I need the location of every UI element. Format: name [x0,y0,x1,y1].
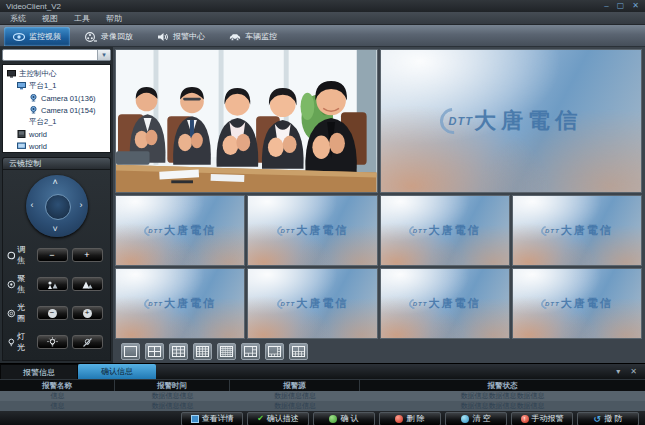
manual-alarm-icon: ! [521,415,529,423]
view-detail-button[interactable]: 查看详情 [181,412,243,425]
tab-label: 车辆监控 [245,31,277,42]
tab-alarm-info[interactable]: 报警信息 [0,364,78,379]
grid-9-icon [172,346,185,357]
col-alarm-time: 报警时间 [115,380,230,391]
manual-alarm-button[interactable]: ! 手动报警 [511,412,573,425]
film-reel-icon [85,32,97,42]
monitor-icon [7,70,16,78]
car-icon [229,32,241,42]
table-row[interactable]: 信息 数据信息信息 数据信息信息 数据信息数据信息数据信息 [0,401,645,411]
close-button[interactable]: ✕ [632,1,639,11]
menu-system[interactable]: 系统 [10,13,26,24]
collapse-icon[interactable]: ▾ [616,367,620,376]
ptz-down-arrow[interactable]: ˅ [53,225,58,234]
crescent-logo-icon [142,223,156,237]
speaker-icon [157,32,169,42]
focus-near-button[interactable] [37,277,68,291]
video-tile-idle[interactable]: DTT大唐電信 [247,268,377,339]
layout-9-button[interactable] [169,343,188,360]
datang-watermark: DTT大唐電信 [513,269,641,338]
confirm-description-button[interactable]: ✔ 确认描述 [247,412,309,425]
light-off-button[interactable] [72,335,103,349]
tab-label: 监控视频 [29,31,61,42]
ptz-row-focus: 聚焦 [7,273,107,295]
layout-25-button[interactable] [217,343,236,360]
layout-4-button[interactable] [145,343,164,360]
tab-monitor-video[interactable]: 监控视频 [4,27,70,46]
layout-10-button[interactable] [289,343,308,360]
video-area: DTT 大唐電信 DTT大唐電信 DTT大唐電信 DTT大唐電信 DTT大唐電信… [113,47,645,363]
crescent-logo-icon [407,296,421,310]
layout-6-button[interactable] [241,343,260,360]
tree-item-world-2[interactable]: world [5,140,108,152]
tab-vehicle-monitor[interactable]: 车辆监控 [220,27,286,46]
bulb-icon [7,338,16,347]
device-search-combobox[interactable]: ▾ [2,49,111,61]
tab-alarm-center[interactable]: 报警中心 [148,27,214,46]
menu-tools[interactable]: 工具 [74,13,90,24]
ptz-right-arrow[interactable]: › [80,201,83,210]
video-tile-idle[interactable]: DTT大唐電信 [380,195,510,266]
light-row-label: 灯光 [7,331,33,353]
datang-watermark: DTT大唐電信 [513,196,641,265]
menu-bar: 系统 视图 工具 帮助 [0,12,645,25]
iris-close-button[interactable]: − [37,306,68,320]
alarm-panel: 报警信息 确认信息 ▾ ✕ 报警名称 报警时间 报警源 报警状态 信息 数据信息… [0,363,645,425]
crescent-logo-icon [274,296,288,310]
video-tile-idle[interactable]: DTT大唐電信 [247,195,377,266]
grid-1-icon [124,346,137,357]
main-area: ▾ 主控制中心 平台1_1 Camera 01(136) Camera 01(1… [0,47,645,363]
ptz-left-arrow[interactable]: ‹ [31,201,34,210]
col-alarm-status: 报警状态 [360,380,645,391]
ptz-dpad[interactable]: ˄ ˅ ‹ › [26,175,88,237]
video-tile-idle[interactable]: DTT大唐電信 [512,195,642,266]
disarm-button[interactable]: ↺ 撤 防 [577,412,639,425]
table-row[interactable]: 信息 数据信息信息 数据信息信息 数据信息数据信息数据信息 [0,391,645,401]
menu-view[interactable]: 视图 [42,13,58,24]
confirm-icon [329,415,337,423]
confirm-button[interactable]: 确 认 [313,412,375,425]
video-tile-idle[interactable]: DTT大唐電信 [115,268,245,339]
title-bar: VideoClient_V2 – ▢ ✕ [0,0,645,12]
light-on-button[interactable] [37,335,68,349]
crescent-logo-icon [274,223,288,237]
maximize-button[interactable]: ▢ [617,1,625,11]
video-tile-idle[interactable]: DTT 大唐電信 [380,49,643,193]
alarm-table-header: 报警名称 报警时间 报警源 报警状态 [0,379,645,391]
tree-item-platform1[interactable]: 平台1_1 [5,80,108,92]
tree-item-camera-136[interactable]: Camera 01(136) [5,92,108,104]
iris-open-button[interactable]: + [72,306,103,320]
layout-16-button[interactable] [193,343,212,360]
ptz-row-iris: 光圈 − + [7,302,107,324]
zoom-in-button[interactable]: + [72,248,103,262]
zoom-out-button[interactable]: − [37,248,68,262]
detail-icon [191,415,199,423]
tree-item-platform2[interactable]: 平台2_1 [5,116,108,128]
menu-help[interactable]: 帮助 [106,13,122,24]
platform-icon [17,82,26,90]
video-tile-idle[interactable]: DTT大唐電信 [380,268,510,339]
tree-item-control-center[interactable]: 主控制中心 [5,68,108,80]
clear-button[interactable]: 清 空 [445,412,507,425]
ptz-panel-header: 云镜控制 [2,157,111,169]
tab-playback[interactable]: 录像回放 [76,27,142,46]
ptz-up-arrow[interactable]: ˄ [53,178,58,187]
chevron-down-icon[interactable]: ▾ [97,50,110,60]
tree-item-world-1[interactable]: world [5,128,108,140]
delete-button[interactable]: 删 除 [379,412,441,425]
tree-label: 平台1_1 [29,81,57,91]
video-tile-live[interactable] [115,49,378,193]
tab-confirm-info[interactable]: 确认信息 [78,364,156,379]
video-tile-idle[interactable]: DTT大唐電信 [512,268,642,339]
layout-8-button[interactable] [265,343,284,360]
close-panel-icon[interactable]: ✕ [630,367,637,376]
device-tree: 主控制中心 平台1_1 Camera 01(136) Camera 01(154… [2,64,111,153]
minimize-button[interactable]: – [604,1,608,11]
video-tile-idle[interactable]: DTT大唐電信 [115,195,245,266]
live-video-frame [116,50,377,192]
layout-1-button[interactable] [121,343,140,360]
focus-far-button[interactable] [72,277,103,291]
tree-item-camera-154[interactable]: Camera 01(154) [5,104,108,116]
crescent-logo-icon [539,296,553,310]
tree-label: Camera 01(136) [41,94,96,103]
